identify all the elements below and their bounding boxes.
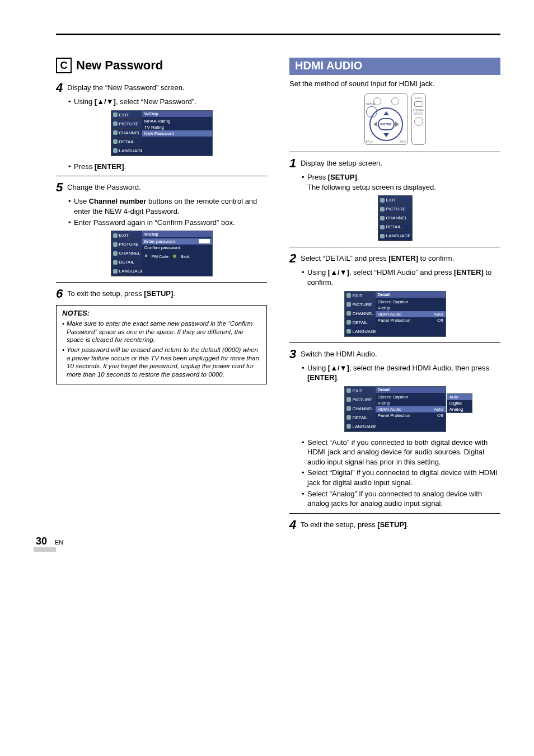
- heading-underline: [289, 74, 500, 75]
- key-label: [SETUP]: [328, 173, 357, 181]
- remote-illustration: SETUP ENTER BACK INFO STILL SCREEN: [364, 93, 426, 145]
- osd-body: V-Chip MPAA Rating TV Rating New Passwor…: [142, 111, 212, 156]
- label: DETAIL: [386, 224, 401, 229]
- osd-tab-channel: CHANNEL: [111, 249, 142, 258]
- osd-tabs: EXIT PICTURE CHANNEL DETAIL LANGUAGE: [111, 231, 142, 276]
- text: Press: [307, 173, 328, 181]
- label: LANGUAGE: [353, 329, 377, 334]
- notes-title: NOTES:: [62, 309, 261, 317]
- label: Panel Protection: [378, 413, 435, 418]
- notes-box: NOTES: Make sure to enter the exact same…: [56, 305, 267, 384]
- step-number: 5: [56, 181, 67, 194]
- osd-row: V-chip: [378, 400, 443, 406]
- step-text: Display the setup screen.: [301, 157, 500, 168]
- label: MPAA Rating: [144, 119, 210, 124]
- divider: [289, 247, 500, 247]
- label: Panel Protection: [378, 318, 435, 323]
- note-item: Your password will be erased and return …: [62, 346, 261, 378]
- password-input: [199, 239, 210, 243]
- osd-row-selected: HDMI AudioAuto: [376, 406, 446, 412]
- channel-icon: [346, 311, 351, 316]
- text: , select “New Password”.: [116, 97, 196, 106]
- key-label: [ENTER]: [388, 254, 418, 262]
- label: EXIT: [119, 233, 129, 238]
- pin-icon: ⠿: [144, 254, 147, 259]
- language-icon: [380, 234, 385, 238]
- osd-row: TV Rating: [144, 124, 210, 130]
- picture-icon: [380, 207, 385, 212]
- value: Off: [437, 413, 443, 418]
- osd-tab-exit: EXIT: [345, 292, 376, 300]
- page-number: 30EN: [36, 536, 63, 547]
- step-2: 2 Select “DETAIL” and press [ENTER] to c…: [289, 252, 500, 265]
- osd-row-confirm-pw: Confirm password.: [144, 245, 210, 251]
- label: CHANNEL: [386, 215, 407, 220]
- enter-button: ENTER: [378, 118, 395, 130]
- step2-bullet-select-hdmi: Using [▲/▼], select “HDMI Audio” and pre…: [302, 267, 500, 287]
- step-text: To exit the setup, press [SETUP].: [67, 287, 267, 299]
- osd-tab-picture: PICTURE: [111, 120, 142, 129]
- channel-icon: [113, 251, 118, 256]
- exit-icon: [113, 112, 118, 117]
- label: CHANNEL: [353, 406, 374, 411]
- hdmi-audio-heading: HDMI AUDIO: [289, 58, 500, 74]
- osd-tab-channel: CHANNEL: [345, 309, 376, 318]
- label: PICTURE: [353, 302, 372, 307]
- step-number: 6: [56, 287, 67, 300]
- detail-icon: [113, 139, 118, 144]
- osd-tab-channel: CHANNEL: [345, 405, 376, 414]
- picture-icon: [346, 302, 351, 307]
- text: .: [337, 373, 339, 382]
- divider: [56, 176, 267, 176]
- label: EXIT: [353, 293, 363, 298]
- step-3: 3 Switch the HDMI Audio.: [289, 348, 500, 361]
- language-icon: [113, 148, 118, 153]
- osd-tabs: EXIT PICTURE CHANNEL DETAIL LANGUAGE: [345, 387, 376, 431]
- left-column: C New Password 4 Display the “New Passwo…: [56, 58, 267, 534]
- picture-icon: [113, 121, 118, 126]
- step-number: 3: [289, 348, 301, 361]
- osd-tab-detail: DETAIL: [111, 258, 142, 267]
- label: HDMI Audio: [378, 312, 432, 317]
- osd-tabs: EXIT PICTURE CHANNEL DETAIL LANGUAGE: [111, 111, 142, 156]
- back-label: BACK: [366, 140, 374, 143]
- osd-tab-language: LANGUAGE: [111, 267, 142, 276]
- text: To exit the setup, press: [67, 289, 144, 298]
- osd-row-selected: New Password: [142, 130, 212, 137]
- step-number: 4: [289, 518, 301, 532]
- text: .: [124, 162, 127, 171]
- osd-tab-exit: EXIT: [378, 196, 412, 205]
- osd-tab-picture: PICTURE: [345, 300, 376, 309]
- key-label: Channel number: [89, 197, 147, 205]
- label: EXIT: [386, 198, 396, 203]
- step-text: Change the Password.: [67, 181, 267, 192]
- osd-row: V-chip: [378, 305, 443, 311]
- top-rule: [56, 34, 500, 35]
- language-icon: [346, 329, 351, 334]
- osd-row: Panel ProtectionOff: [378, 412, 443, 419]
- osd-tab-exit: EXIT: [111, 231, 142, 240]
- osd-tab-language: LANGUAGE: [111, 147, 142, 156]
- osd-tab-exit: EXIT: [345, 387, 376, 396]
- remote-body: SETUP ENTER BACK INFO: [364, 93, 408, 145]
- page-lang: EN: [55, 539, 63, 546]
- label: New Password: [144, 131, 210, 136]
- arrow-up-icon: [383, 111, 389, 115]
- remote-side: STILL SCREEN MODE: [411, 93, 426, 145]
- osd-body: Detail Closed Caption V-chip HDMI AudioA…: [376, 387, 446, 431]
- osd-tab-picture: PICTURE: [378, 205, 412, 214]
- language-icon: [346, 424, 351, 429]
- step-text: Select “DETAIL” and press [ENTER] to con…: [301, 252, 500, 264]
- step-text: To exit the setup, press [SETUP].: [301, 518, 500, 530]
- label: TV Rating: [144, 125, 210, 130]
- osd-body: Detail Closed Caption V-chip HDMI AudioA…: [376, 292, 446, 336]
- label: V-chip: [378, 306, 443, 311]
- step5-bullet-use-number: Use Channel number buttons on the remote…: [68, 196, 267, 216]
- screen-mode-label: SCREEN MODE: [413, 109, 424, 115]
- label: EXIT: [353, 388, 363, 393]
- key-label: [ENTER]: [95, 162, 124, 171]
- corner-tab: [34, 547, 56, 552]
- step-text: Display the “New Password” screen.: [67, 81, 267, 93]
- still-label: STILL: [415, 96, 422, 100]
- step3-bullet-analog: Select “Analog” if you connected to anal…: [302, 489, 500, 509]
